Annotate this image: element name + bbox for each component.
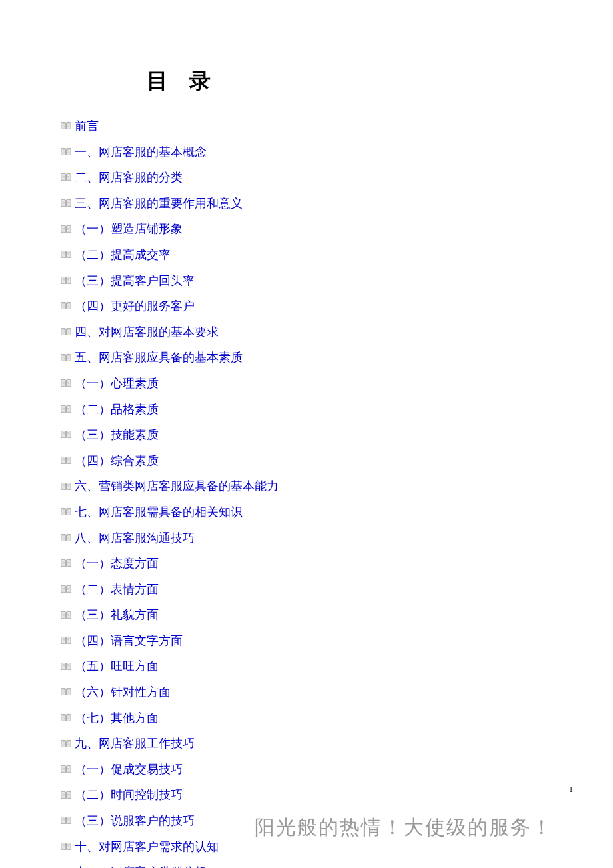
toc-link[interactable]: （六）针对性方面 [75,682,171,703]
toc-link[interactable]: 七、网店客服需具备的相关知识 [75,502,243,523]
toc-item: （二）品格素质 [60,399,553,420]
toc-link[interactable]: （一）塑造店铺形象 [75,219,183,239]
book-icon [60,533,72,543]
book-icon [60,611,72,620]
toc-item: 六、营销类网店客服应具备的基本能力 [60,476,553,497]
book-icon [60,507,72,517]
toc-item: （四）更好的服务客户 [60,296,553,317]
toc-item: （四）语言文字方面 [60,631,553,651]
toc-link[interactable]: 八、网店客服沟通技巧 [75,528,195,549]
toc-item: （一）心理素质 [60,373,553,394]
toc-link[interactable]: 三、网店客服的重要作用和意义 [75,193,243,214]
toc-link[interactable]: 二、网店客服的分类 [75,167,183,188]
page-title: 目 录 [147,67,553,96]
toc-item: （四）综合素质 [60,451,553,471]
toc-item: （六）针对性方面 [60,682,553,703]
toc-item: 五、网店客服应具备的基本素质 [60,347,553,368]
book-icon [60,276,72,285]
toc-item: 二、网店客服的分类 [60,167,553,188]
toc-item: （二）提高成交率 [60,245,553,265]
book-icon [60,353,72,363]
book-icon [60,662,72,671]
toc-item: （一）塑造店铺形象 [60,219,553,239]
book-icon [60,173,72,182]
toc-item: （二）时间控制技巧 [60,785,553,805]
toc-item: （三）技能素质 [60,425,553,445]
book-icon [60,250,72,259]
toc-link[interactable]: （三）礼貌方面 [75,605,159,625]
toc-item: （一）态度方面 [60,553,553,574]
toc-link[interactable]: （三）提高客户回头率 [75,271,195,291]
toc-item: （七）其他方面 [60,708,553,729]
toc-item: 九、网店客服工作技巧 [60,733,553,754]
toc-link[interactable]: （二）表情方面 [75,579,159,600]
toc-link[interactable]: （四）综合素质 [75,451,159,471]
toc-item: 七、网店客服需具备的相关知识 [60,502,553,523]
book-icon [60,121,72,131]
book-icon [60,405,72,414]
toc-link[interactable]: （二）时间控制技巧 [75,785,183,805]
toc-link[interactable]: （七）其他方面 [75,708,159,729]
footer: 阳光般的热情！大使级的服务！ [60,814,553,841]
toc-link[interactable]: 四、对网店客服的基本要求 [75,322,219,343]
book-icon [60,687,72,697]
toc-link[interactable]: 前言 [75,116,99,137]
toc-item: （五）旺旺方面 [60,656,553,677]
table-of-contents: 前言一、网店客服的基本概念二、网店客服的分类三、网店客服的重要作用和意义（一）塑… [60,116,553,868]
book-icon [60,739,72,749]
toc-item: 前言 [60,116,553,137]
toc-item: 十一、网店客户类型分析 [60,862,553,868]
toc-link[interactable]: 五、网店客服应具备的基本素质 [75,347,243,368]
toc-link[interactable]: （一）态度方面 [75,553,159,574]
toc-link[interactable]: （二）提高成交率 [75,245,171,265]
toc-link[interactable]: （二）品格素质 [75,399,159,420]
toc-link[interactable]: （一）心理素质 [75,373,159,394]
toc-item: 八、网店客服沟通技巧 [60,528,553,549]
book-icon [60,225,72,234]
toc-link[interactable]: （四）更好的服务客户 [75,296,195,317]
book-icon [60,199,72,208]
book-icon [60,327,72,337]
toc-link[interactable]: （一）促成交易技巧 [75,759,183,780]
toc-item: 三、网店客服的重要作用和意义 [60,193,553,214]
book-icon [60,301,72,311]
toc-item: （二）表情方面 [60,579,553,600]
toc-link[interactable]: （五）旺旺方面 [75,656,159,677]
book-icon [60,482,72,491]
book-icon [60,765,72,774]
toc-link[interactable]: 十一、网店客户类型分析 [75,862,207,868]
footer-slogan: 阳光般的热情！大使级的服务！ [255,816,553,838]
book-icon [60,559,72,568]
toc-link[interactable]: 一、网店客服的基本概念 [75,142,207,163]
book-icon [60,842,72,851]
book-icon [60,636,72,645]
book-icon [60,585,72,594]
toc-item: （三）提高客户回头率 [60,271,553,291]
toc-link[interactable]: 九、网店客服工作技巧 [75,733,195,754]
toc-link[interactable]: （三）技能素质 [75,425,159,445]
book-icon [60,456,72,465]
toc-item: （一）促成交易技巧 [60,759,553,780]
book-icon [60,147,72,157]
page-number: 1 [569,785,573,795]
toc-item: 一、网店客服的基本概念 [60,142,553,163]
book-icon [60,379,72,388]
book-icon [60,430,72,439]
toc-item: （三）礼貌方面 [60,605,553,625]
book-icon [60,713,72,723]
book-icon [60,791,72,800]
toc-link[interactable]: （四）语言文字方面 [75,631,183,651]
toc-item: 四、对网店客服的基本要求 [60,322,553,343]
toc-link[interactable]: 六、营销类网店客服应具备的基本能力 [75,476,279,497]
